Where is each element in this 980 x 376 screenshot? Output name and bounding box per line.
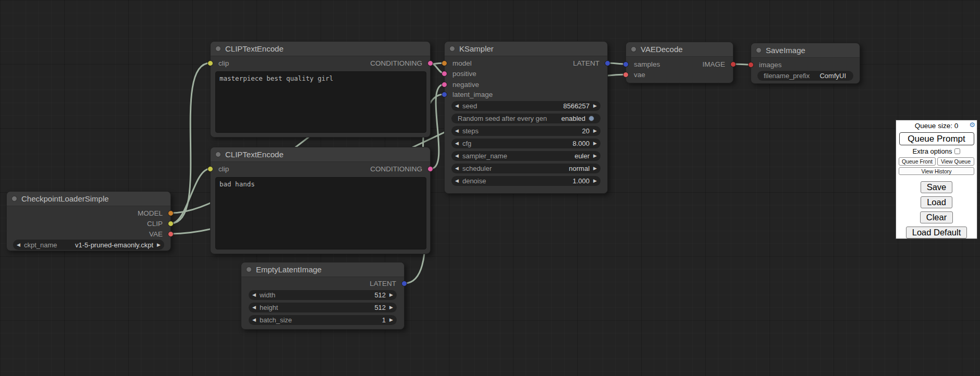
node-ksampler[interactable]: KSampler model positive negative latent_… [444,41,608,194]
node-empty-latent-image[interactable]: EmptyLatentImage LATENT ◀ width 512 ▶ ◀ … [241,262,405,330]
increment-icon[interactable]: ▶ [593,129,597,133]
vae-input-port[interactable] [623,72,629,78]
ckpt-name-widget[interactable]: ◀ ckpt_name v1-5-pruned-emaonly.ckpt ▶ [13,240,164,250]
samples-input-port[interactable] [623,61,629,67]
collapse-dot-icon[interactable] [449,46,455,52]
node-title: EmptyLatentImage [256,265,322,274]
save-button[interactable]: Save [921,181,953,193]
queue-size-row: Queue size: 0 ⚙ [896,122,977,131]
positive-prompt-textarea[interactable]: masterpiece best quality girl [215,71,426,133]
increment-icon[interactable]: ▶ [389,293,393,297]
next-value-icon[interactable]: ▶ [593,166,597,171]
positive-input-label: positive [452,70,476,78]
widget-label: denoise [462,177,486,185]
queue-buttons-row: Queue Front View Queue [899,157,974,166]
node-title-bar[interactable]: CLIPTextEncode [211,42,430,56]
view-queue-button[interactable]: View Queue [937,157,974,166]
image-output-port[interactable] [730,61,736,67]
filename-prefix-widget[interactable]: filename_prefix ComfyUI [757,71,853,81]
prev-value-icon[interactable]: ◀ [17,243,20,247]
collapse-dot-icon[interactable] [215,46,221,52]
sampler-name-widget[interactable]: ◀ sampler_name euler ▶ [451,151,601,161]
node-title-bar[interactable]: VAEDecode [626,42,733,57]
next-value-icon[interactable]: ▶ [157,243,161,247]
latent-output-port[interactable] [605,60,610,66]
prev-value-icon[interactable]: ◀ [455,166,459,171]
node-save-image[interactable]: SaveImage images filename_prefix ComfyUI [751,43,860,84]
extra-options-checkbox[interactable] [954,148,960,154]
random-seed-toggle-widget[interactable]: Random seed after every gen enabled [451,114,601,123]
height-widget[interactable]: ◀ height 512 ▶ [249,303,397,312]
cfg-widget[interactable]: ◀ cfg 8.000 ▶ [451,139,601,148]
queue-front-button[interactable]: Queue Front [899,157,936,166]
width-widget[interactable]: ◀ width 512 ▶ [249,290,397,300]
decrement-icon[interactable]: ◀ [455,104,459,108]
decrement-icon[interactable]: ◀ [455,141,459,146]
decrement-icon[interactable]: ◀ [455,179,459,183]
graph-canvas[interactable]: { "colors": { "wire": "#A0B1A0", "toggle… [0,0,980,376]
widget-label: batch_size [260,316,292,324]
clear-button[interactable]: Clear [920,211,953,223]
settings-gear-icon[interactable]: ⚙ [969,121,975,129]
model-output-port[interactable] [168,210,174,216]
view-history-button[interactable]: View History [899,167,974,175]
clip-input-port[interactable] [207,166,213,172]
queue-prompt-button[interactable]: Queue Prompt [899,132,974,145]
images-input-port[interactable] [748,62,754,68]
node-vae-decode[interactable]: VAEDecode samples vae IMAGE [626,42,733,83]
increment-icon[interactable]: ▶ [593,141,597,146]
decrement-icon[interactable]: ◀ [455,129,459,133]
decrement-icon[interactable]: ◀ [252,318,256,322]
decrement-icon[interactable]: ◀ [252,305,256,310]
steps-widget[interactable]: ◀ steps 20 ▶ [451,126,601,136]
model-input-port[interactable] [442,60,447,66]
collapse-dot-icon[interactable] [631,46,636,52]
node-title: CheckpointLoaderSimple [21,194,109,203]
latent-output-port[interactable] [401,281,407,286]
node-title: VAEDecode [641,45,683,54]
conditioning-output-port[interactable] [427,166,433,172]
widget-label: width [260,291,275,299]
collapse-dot-icon[interactable] [11,196,17,202]
clip-output-port[interactable] [168,221,174,227]
node-clip-text-encode-positive[interactable]: CLIPTextEncode clip CONDITIONING masterp… [210,41,431,137]
next-value-icon[interactable]: ▶ [593,154,597,158]
load-default-button[interactable]: Load Default [906,227,967,239]
clip-input-port[interactable] [207,60,213,66]
load-button[interactable]: Load [921,196,952,208]
latent-image-input-port[interactable] [442,92,447,97]
positive-input-port[interactable] [442,71,447,77]
node-checkpoint-loader[interactable]: CheckpointLoaderSimple MODEL CLIP VAE ◀ … [6,191,171,251]
increment-icon[interactable]: ▶ [593,104,597,108]
increment-icon[interactable]: ▶ [389,305,393,310]
node-title-bar[interactable]: SaveImage [751,43,860,58]
negative-prompt-textarea[interactable]: bad hands [215,177,426,249]
conditioning-output-port[interactable] [427,60,433,66]
prev-value-icon[interactable]: ◀ [455,154,459,158]
node-title-bar[interactable]: CLIPTextEncode [211,147,430,162]
negative-input-port[interactable] [442,82,447,87]
vae-output-port[interactable] [168,231,174,237]
node-title: CLIPTextEncode [225,150,284,159]
scheduler-widget[interactable]: ◀ scheduler normal ▶ [451,164,601,173]
toggle-on-icon[interactable] [589,116,594,121]
node-clip-text-encode-negative[interactable]: CLIPTextEncode clip CONDITIONING bad han… [210,147,431,254]
node-title-bar[interactable]: KSampler [445,42,607,56]
latent-output-label: LATENT [370,280,396,288]
collapse-dot-icon[interactable] [756,47,762,53]
collapse-dot-icon[interactable] [215,152,221,157]
node-title-bar[interactable]: EmptyLatentImage [241,262,404,277]
conditioning-output-label: CONDITIONING [370,165,422,173]
node-title-bar[interactable]: CheckpointLoaderSimple [7,192,170,206]
seed-widget[interactable]: ◀ seed 8566257 ▶ [451,101,601,111]
conditioning-output-label: CONDITIONING [370,59,422,68]
model-input-label: model [452,59,472,68]
increment-icon[interactable]: ▶ [389,318,393,322]
decrement-icon[interactable]: ◀ [252,293,256,297]
batch-size-widget[interactable]: ◀ batch_size 1 ▶ [249,315,397,325]
wire-negative-conditioning [431,84,444,169]
collapse-dot-icon[interactable] [246,267,252,272]
increment-icon[interactable]: ▶ [593,179,597,183]
denoise-widget[interactable]: ◀ denoise 1.000 ▶ [451,176,601,186]
widget-value: 1.000 [573,177,590,185]
